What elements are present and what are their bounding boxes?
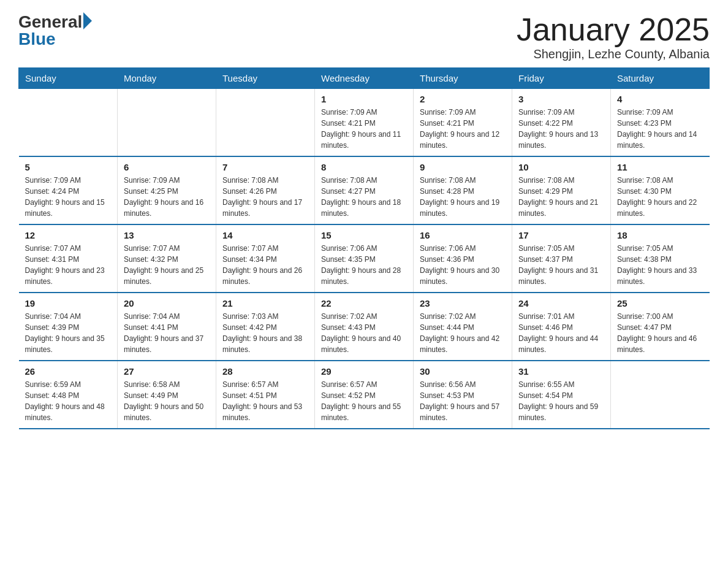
day-number: 28 bbox=[222, 366, 308, 377]
calendar-cell: 30Sunrise: 6:56 AMSunset: 4:53 PMDayligh… bbox=[414, 361, 512, 429]
day-info: Sunrise: 7:09 AMSunset: 4:24 PMDaylight:… bbox=[25, 175, 112, 219]
calendar-cell: 7Sunrise: 7:08 AMSunset: 4:26 PMDaylight… bbox=[216, 156, 315, 224]
day-number: 29 bbox=[321, 366, 407, 377]
day-number: 20 bbox=[124, 298, 210, 308]
calendar-cell: 21Sunrise: 7:03 AMSunset: 4:42 PMDayligh… bbox=[216, 293, 315, 361]
day-info: Sunrise: 6:58 AMSunset: 4:49 PMDaylight:… bbox=[124, 379, 210, 423]
calendar-cell: 26Sunrise: 6:59 AMSunset: 4:48 PMDayligh… bbox=[19, 361, 118, 429]
calendar-week-row: 26Sunrise: 6:59 AMSunset: 4:48 PMDayligh… bbox=[19, 361, 710, 429]
day-info: Sunrise: 7:00 AMSunset: 4:47 PMDaylight:… bbox=[617, 311, 703, 355]
day-number: 16 bbox=[420, 230, 506, 240]
calendar-header-monday: Monday bbox=[118, 68, 216, 89]
day-info: Sunrise: 7:08 AMSunset: 4:26 PMDaylight:… bbox=[222, 175, 308, 219]
day-info: Sunrise: 7:03 AMSunset: 4:42 PMDaylight:… bbox=[222, 311, 308, 355]
calendar-cell: 3Sunrise: 7:09 AMSunset: 4:22 PMDaylight… bbox=[512, 89, 611, 157]
calendar-cell: 4Sunrise: 7:09 AMSunset: 4:23 PMDaylight… bbox=[611, 89, 710, 157]
day-info: Sunrise: 7:06 AMSunset: 4:36 PMDaylight:… bbox=[420, 243, 506, 287]
calendar-cell: 9Sunrise: 7:08 AMSunset: 4:28 PMDaylight… bbox=[414, 156, 512, 224]
day-number: 22 bbox=[321, 298, 407, 308]
day-number: 6 bbox=[124, 162, 210, 172]
calendar-cell bbox=[216, 89, 315, 157]
logo: General Blue bbox=[18, 12, 92, 49]
calendar-cell: 25Sunrise: 7:00 AMSunset: 4:47 PMDayligh… bbox=[611, 293, 710, 361]
day-info: Sunrise: 7:04 AMSunset: 4:39 PMDaylight:… bbox=[25, 311, 112, 355]
day-info: Sunrise: 6:55 AMSunset: 4:54 PMDaylight:… bbox=[518, 379, 604, 423]
title-section: January 2025 Shengjin, Lezhe County, Alb… bbox=[517, 12, 710, 61]
day-number: 21 bbox=[222, 298, 308, 308]
calendar-table: SundayMondayTuesdayWednesdayThursdayFrid… bbox=[18, 67, 710, 429]
day-info: Sunrise: 6:57 AMSunset: 4:51 PMDaylight:… bbox=[222, 379, 308, 423]
day-number: 27 bbox=[124, 366, 210, 377]
calendar-cell: 8Sunrise: 7:08 AMSunset: 4:27 PMDaylight… bbox=[315, 156, 414, 224]
day-number: 13 bbox=[124, 230, 210, 240]
day-info: Sunrise: 7:05 AMSunset: 4:37 PMDaylight:… bbox=[518, 243, 604, 287]
calendar-cell: 16Sunrise: 7:06 AMSunset: 4:36 PMDayligh… bbox=[414, 224, 512, 293]
day-info: Sunrise: 6:59 AMSunset: 4:48 PMDaylight:… bbox=[25, 379, 112, 423]
day-number: 9 bbox=[420, 162, 506, 172]
day-info: Sunrise: 7:02 AMSunset: 4:43 PMDaylight:… bbox=[321, 311, 407, 355]
day-info: Sunrise: 7:08 AMSunset: 4:29 PMDaylight:… bbox=[518, 175, 604, 219]
calendar-cell bbox=[611, 361, 710, 429]
day-number: 4 bbox=[617, 94, 703, 104]
day-number: 7 bbox=[222, 162, 308, 172]
calendar-cell: 15Sunrise: 7:06 AMSunset: 4:35 PMDayligh… bbox=[315, 224, 414, 293]
calendar-header-thursday: Thursday bbox=[414, 68, 512, 89]
day-number: 10 bbox=[518, 162, 604, 172]
month-title: January 2025 bbox=[517, 12, 710, 47]
calendar-cell: 24Sunrise: 7:01 AMSunset: 4:46 PMDayligh… bbox=[512, 293, 611, 361]
calendar-week-row: 1Sunrise: 7:09 AMSunset: 4:21 PMDaylight… bbox=[19, 89, 710, 157]
day-number: 3 bbox=[518, 94, 604, 104]
day-number: 18 bbox=[617, 230, 703, 240]
calendar-cell: 29Sunrise: 6:57 AMSunset: 4:52 PMDayligh… bbox=[315, 361, 414, 429]
day-number: 1 bbox=[321, 94, 407, 104]
day-info: Sunrise: 7:08 AMSunset: 4:28 PMDaylight:… bbox=[420, 175, 506, 219]
day-info: Sunrise: 7:09 AMSunset: 4:21 PMDaylight:… bbox=[321, 107, 407, 151]
calendar-cell: 28Sunrise: 6:57 AMSunset: 4:51 PMDayligh… bbox=[216, 361, 315, 429]
calendar-header-tuesday: Tuesday bbox=[216, 68, 315, 89]
calendar-cell bbox=[118, 89, 216, 157]
day-number: 12 bbox=[25, 230, 112, 240]
day-info: Sunrise: 7:08 AMSunset: 4:30 PMDaylight:… bbox=[617, 175, 703, 219]
day-number: 30 bbox=[420, 366, 506, 377]
calendar-cell: 2Sunrise: 7:09 AMSunset: 4:21 PMDaylight… bbox=[414, 89, 512, 157]
day-info: Sunrise: 7:09 AMSunset: 4:21 PMDaylight:… bbox=[420, 107, 506, 151]
day-number: 8 bbox=[321, 162, 407, 172]
location-title: Shengjin, Lezhe County, Albania bbox=[517, 47, 710, 61]
calendar-cell: 20Sunrise: 7:04 AMSunset: 4:41 PMDayligh… bbox=[118, 293, 216, 361]
day-info: Sunrise: 6:56 AMSunset: 4:53 PMDaylight:… bbox=[420, 379, 506, 423]
day-number: 25 bbox=[617, 298, 703, 308]
page-header: General Blue January 2025 Shengjin, Lezh… bbox=[18, 12, 710, 61]
day-info: Sunrise: 7:05 AMSunset: 4:38 PMDaylight:… bbox=[617, 243, 703, 287]
day-info: Sunrise: 7:09 AMSunset: 4:23 PMDaylight:… bbox=[617, 107, 703, 151]
calendar-cell: 22Sunrise: 7:02 AMSunset: 4:43 PMDayligh… bbox=[315, 293, 414, 361]
day-number: 5 bbox=[25, 162, 112, 172]
day-info: Sunrise: 7:06 AMSunset: 4:35 PMDaylight:… bbox=[321, 243, 407, 287]
calendar-header-sunday: Sunday bbox=[19, 68, 118, 89]
calendar-cell: 13Sunrise: 7:07 AMSunset: 4:32 PMDayligh… bbox=[118, 224, 216, 293]
day-info: Sunrise: 7:07 AMSunset: 4:32 PMDaylight:… bbox=[124, 243, 210, 287]
day-info: Sunrise: 7:02 AMSunset: 4:44 PMDaylight:… bbox=[420, 311, 506, 355]
calendar-cell: 19Sunrise: 7:04 AMSunset: 4:39 PMDayligh… bbox=[19, 293, 118, 361]
calendar-cell: 14Sunrise: 7:07 AMSunset: 4:34 PMDayligh… bbox=[216, 224, 315, 293]
day-info: Sunrise: 7:01 AMSunset: 4:46 PMDaylight:… bbox=[518, 311, 604, 355]
calendar-cell: 1Sunrise: 7:09 AMSunset: 4:21 PMDaylight… bbox=[315, 89, 414, 157]
calendar-cell: 18Sunrise: 7:05 AMSunset: 4:38 PMDayligh… bbox=[611, 224, 710, 293]
day-info: Sunrise: 6:57 AMSunset: 4:52 PMDaylight:… bbox=[321, 379, 407, 423]
day-number: 11 bbox=[617, 162, 703, 172]
day-number: 2 bbox=[420, 94, 506, 104]
day-number: 31 bbox=[518, 366, 604, 377]
calendar-week-row: 12Sunrise: 7:07 AMSunset: 4:31 PMDayligh… bbox=[19, 224, 710, 293]
day-number: 24 bbox=[518, 298, 604, 308]
calendar-cell: 11Sunrise: 7:08 AMSunset: 4:30 PMDayligh… bbox=[611, 156, 710, 224]
day-info: Sunrise: 7:08 AMSunset: 4:27 PMDaylight:… bbox=[321, 175, 407, 219]
calendar-week-row: 5Sunrise: 7:09 AMSunset: 4:24 PMDaylight… bbox=[19, 156, 710, 224]
calendar-cell: 12Sunrise: 7:07 AMSunset: 4:31 PMDayligh… bbox=[19, 224, 118, 293]
day-number: 14 bbox=[222, 230, 308, 240]
calendar-cell: 5Sunrise: 7:09 AMSunset: 4:24 PMDaylight… bbox=[19, 156, 118, 224]
day-info: Sunrise: 7:09 AMSunset: 4:22 PMDaylight:… bbox=[518, 107, 604, 151]
day-number: 26 bbox=[25, 366, 112, 377]
day-info: Sunrise: 7:07 AMSunset: 4:34 PMDaylight:… bbox=[222, 243, 308, 287]
day-number: 17 bbox=[518, 230, 604, 240]
calendar-cell: 27Sunrise: 6:58 AMSunset: 4:49 PMDayligh… bbox=[118, 361, 216, 429]
day-info: Sunrise: 7:09 AMSunset: 4:25 PMDaylight:… bbox=[124, 175, 210, 219]
